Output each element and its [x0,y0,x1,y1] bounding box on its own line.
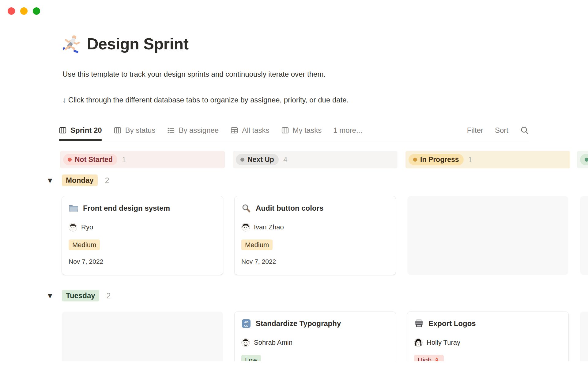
board-icon [114,126,122,134]
page-hint: ↓ Click through the different database t… [62,96,349,104]
assignee-name: Holly Turay [427,339,460,347]
list-icon [167,126,175,134]
empty-column-cell [62,312,223,368]
minimize-button[interactable] [20,7,28,15]
group-row-monday: ▼ Monday 2 [48,174,109,187]
status-label: Not Started [75,155,113,164]
priority-badge: Medium [241,240,273,250]
priority-badge: Medium [69,240,100,250]
card-title: Export Logos [428,319,476,328]
status-badge-in-progress[interactable]: In Progress [409,154,464,165]
tab-by-status[interactable]: By status [114,121,156,140]
avatar-holly-turay [414,338,423,347]
status-dot [413,158,417,162]
zoom-button[interactable] [33,7,40,15]
window-controls [8,7,40,15]
status-dot [240,158,244,162]
card-title: Standardize Typography [256,319,341,328]
page-title: Design Sprint [87,35,189,53]
tab-all-tasks[interactable]: All tasks [230,121,269,140]
avatar-ryo [69,223,77,232]
svg-text:CD: CD [244,324,248,327]
column-header-next-up: Next Up 4 [233,151,398,168]
column-header-not-started: Not Started 1 [60,151,225,168]
column-count: 1 [468,155,472,164]
viewport-bottom-edge [0,361,588,368]
collapse-toggle-icon[interactable]: ▼ [48,177,55,184]
status-label: In Progress [420,155,459,164]
printer-icon [414,319,424,328]
page-description: Use this template to track your design s… [62,70,326,79]
collapse-toggle-icon[interactable]: ▼ [48,292,55,299]
folder-icon [69,203,78,213]
empty-column-cell [580,312,588,368]
avatar-sohrab-amin [241,338,250,347]
group-badge-tuesday[interactable]: Tuesday [62,290,99,301]
column-count: 1 [122,155,126,164]
due-date: Nov 7, 2022 [241,258,389,265]
task-card-standardize-typography[interactable]: ABCD Standardize Typography Sohrab Amin … [235,312,396,368]
due-date: Nov 7, 2022 [69,258,216,265]
search-button[interactable] [520,126,529,135]
group-count: 2 [105,176,109,185]
task-card-audit-button-colors[interactable]: Audit button colors Ivan Zhao Medium Nov… [235,196,396,275]
close-button[interactable] [8,7,15,15]
status-badge-not-started[interactable]: Not Started [63,154,117,165]
assignee-name: Ryo [81,223,93,231]
tab-more-views[interactable]: 1 more... [333,121,362,140]
empty-column-cell [580,196,588,275]
board-icon [281,126,289,134]
status-dot [585,158,588,162]
tab-sprint-20[interactable]: Sprint 20 [59,121,102,140]
assignee-name: Sohrab Amin [254,339,292,347]
search-icon [520,126,529,135]
svg-text:AB: AB [244,320,248,324]
tab-label: Sprint 20 [70,126,102,135]
tab-label: My tasks [293,126,322,135]
sort-button[interactable]: Sort [495,126,508,135]
avatar-ivan-zhao [241,223,250,232]
card-title: Audit button colors [256,204,323,213]
status-badge-partial[interactable] [580,154,588,165]
column-header-in-progress: In Progress 1 [405,151,570,168]
tab-label: 1 more... [333,126,362,135]
tab-label: By status [125,126,156,135]
view-tabs: Sprint 20 By status By assignee All task… [59,121,529,140]
status-dot [68,158,72,162]
task-card-export-logos[interactable]: Export Logos Holly Turay High [407,312,568,368]
table-icon [230,126,238,134]
tab-by-assignee[interactable]: By assignee [167,121,219,140]
tab-label: All tasks [242,126,269,135]
column-header-partial [577,151,588,168]
priority-label: Medium [245,241,269,249]
group-count: 2 [107,291,111,300]
card-title: Front end design system [83,204,170,213]
status-label: Next Up [247,155,274,164]
status-badge-next-up[interactable]: Next Up [236,154,279,165]
tab-label: By assignee [179,126,219,135]
board-icon [59,126,67,134]
filter-button[interactable]: Filter [467,126,483,135]
assignee-name: Ivan Zhao [254,223,284,231]
abcd-icon: ABCD [241,319,251,328]
group-badge-monday[interactable]: Monday [62,174,98,186]
magnifier-icon [241,203,251,213]
group-row-tuesday: ▼ Tuesday 2 [48,289,111,302]
tab-my-tasks[interactable]: My tasks [281,121,322,140]
empty-column-cell [407,196,568,275]
priority-label: Medium [72,241,96,249]
runner-icon[interactable] [62,34,80,53]
column-count: 4 [283,155,287,164]
task-card-front-end-design-system[interactable]: Front end design system Ryo Medium Nov 7… [62,196,223,275]
